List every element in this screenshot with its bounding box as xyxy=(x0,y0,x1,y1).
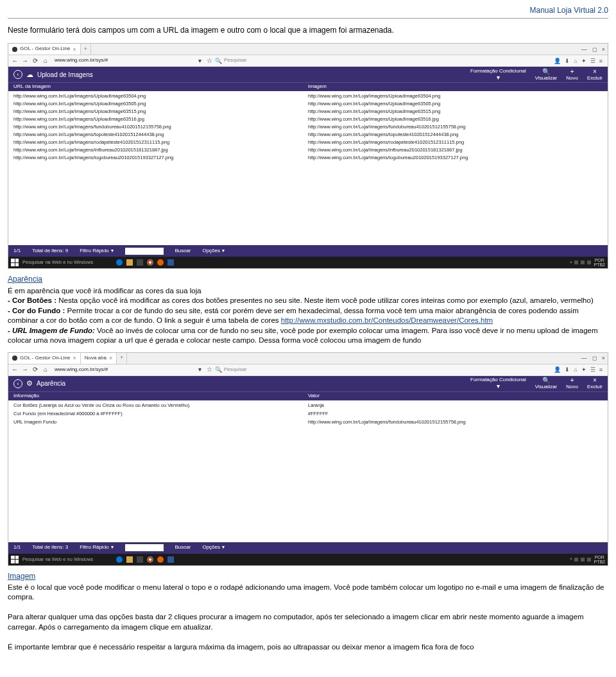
reload-icon[interactable]: ⟳ xyxy=(31,365,39,374)
back-icon[interactable]: ← xyxy=(11,56,19,65)
bookmark-icon[interactable]: ☰ xyxy=(590,57,595,65)
firefox-icon[interactable] xyxy=(157,556,164,563)
table-row[interactable]: http://www.wing.com.br/Loja/Imagens/roda… xyxy=(13,139,603,146)
tray-icon[interactable] xyxy=(581,261,585,264)
browser-tab[interactable]: GOL - Gestor On-Line × xyxy=(8,44,81,55)
taskbar-apps xyxy=(116,556,174,563)
table-row[interactable]: http://www.wing.com.br/Loja/Imagens/Uplo… xyxy=(13,108,603,116)
excluir-button[interactable]: ×Excluir xyxy=(587,377,603,390)
visualizar-button[interactable]: 🔍Visualizar xyxy=(535,377,558,390)
table-row[interactable]: http://www.wing.com.br/Loja/Imagens/Uplo… xyxy=(13,92,603,100)
table-row[interactable]: http://www.wing.com.br/Loja/Imagens/Uplo… xyxy=(13,116,603,123)
chrome-icon[interactable] xyxy=(147,259,153,266)
start-icon[interactable] xyxy=(11,556,19,563)
search-box[interactable]: ▾ ☆ 🔍 Pesquisar xyxy=(196,365,551,374)
download-icon[interactable]: ⬇ xyxy=(565,57,570,65)
close-icon[interactable]: × xyxy=(602,46,605,53)
excluir-button[interactable]: ×Excluir xyxy=(587,69,603,81)
tray-lang[interactable]: POR PTB2 xyxy=(594,555,605,564)
tray-icon[interactable] xyxy=(587,558,591,561)
star-icon[interactable]: ☆ xyxy=(205,56,213,65)
tray-icon[interactable] xyxy=(581,558,585,561)
dropdown-icon[interactable]: ▾ xyxy=(196,56,203,65)
filter-input[interactable] xyxy=(125,544,164,551)
puzzle-icon[interactable]: ✦ xyxy=(581,57,586,65)
filter-input[interactable] xyxy=(125,248,164,255)
tray-icon[interactable] xyxy=(574,261,578,264)
new-tab-button[interactable]: + xyxy=(117,353,127,364)
taskbar-search[interactable]: Pesquisar na Web e no Windows xyxy=(22,556,112,563)
search-box[interactable]: ▾ ☆ 🔍 Pesquisar xyxy=(196,56,551,65)
formatacao-button[interactable]: Formatação Condicional▾ xyxy=(470,377,526,390)
menu-icon[interactable]: ≡ xyxy=(599,57,603,65)
table-row[interactable]: Cor Botões (Laranja ou Azul ou Verde ou … xyxy=(13,402,603,410)
table-row[interactable]: http://www.wing.com.br/Loja/Imagens/logo… xyxy=(13,154,603,162)
url-field[interactable]: www.wing.com.br/sys/# xyxy=(52,366,193,373)
filtro-rapido[interactable]: Filtro Rápido▾ xyxy=(80,248,113,255)
opcoes-button[interactable]: Opções▾ xyxy=(202,544,225,551)
bookmark-icon[interactable]: ☰ xyxy=(590,366,595,373)
table-row[interactable]: Cor Fundo (em Hexadecimal #000000 à #FFF… xyxy=(13,410,603,418)
word-icon[interactable] xyxy=(167,556,174,563)
close-tab-icon[interactable]: × xyxy=(73,354,76,362)
edge-icon[interactable] xyxy=(116,556,123,563)
home-icon[interactable]: ⌂ xyxy=(42,56,49,65)
table-row[interactable]: http://www.wing.com.br/Loja/Imagens/infb… xyxy=(13,146,603,154)
minimize-icon[interactable]: — xyxy=(581,354,587,362)
browser-tab[interactable]: GOL - Gestor On-Line × xyxy=(8,353,81,364)
taskbar-search[interactable]: Pesquisar na Web e no Windows xyxy=(22,259,112,266)
table-row[interactable]: http://www.wing.com.br/Loja/Imagens/Uplo… xyxy=(13,100,603,108)
menu-icon[interactable]: ≡ xyxy=(599,366,603,373)
home2-icon[interactable]: ⌂ xyxy=(574,366,577,373)
maximize-icon[interactable]: ◻ xyxy=(592,46,597,53)
home2-icon[interactable]: ⌂ xyxy=(574,57,577,65)
chrome-icon[interactable] xyxy=(147,556,153,563)
app-back-icon[interactable]: ‹ xyxy=(13,379,22,388)
opcoes-button[interactable]: Opções▾ xyxy=(202,248,225,255)
table-row[interactable]: http://www.wing.com.br/Loja/Imagens/fund… xyxy=(13,123,603,131)
store-icon[interactable] xyxy=(137,556,143,563)
download-icon[interactable]: ⬇ xyxy=(565,366,570,373)
close-icon[interactable]: × xyxy=(602,354,605,362)
forward-icon[interactable]: → xyxy=(21,365,29,374)
home-icon[interactable]: ⌂ xyxy=(42,365,49,374)
edge-icon[interactable] xyxy=(116,259,123,266)
tray-icon[interactable] xyxy=(574,558,578,561)
app-back-icon[interactable]: ‹ xyxy=(13,70,22,79)
buscar-button[interactable]: Buscar xyxy=(175,544,191,551)
formatacao-button[interactable]: Formatação Condicional▾ xyxy=(470,69,526,81)
url-field[interactable]: www.wing.com.br/sys/# xyxy=(52,57,193,64)
forward-icon[interactable]: → xyxy=(21,56,29,65)
close-tab-icon[interactable]: × xyxy=(73,46,76,53)
tray-chevron-icon[interactable]: ^ xyxy=(570,260,572,266)
store-icon[interactable] xyxy=(137,259,143,266)
filtro-rapido[interactable]: Filtro Rápido▾ xyxy=(80,544,113,551)
back-icon[interactable]: ← xyxy=(11,365,19,374)
word-icon[interactable] xyxy=(167,259,174,266)
explorer-icon[interactable] xyxy=(126,556,133,563)
start-icon[interactable] xyxy=(11,259,19,266)
account-icon[interactable]: 👤 xyxy=(554,57,561,65)
tray-icon[interactable] xyxy=(587,261,591,264)
tray-lang[interactable]: POR PTB2 xyxy=(594,258,605,267)
minimize-icon[interactable]: — xyxy=(581,46,587,53)
buscar-button[interactable]: Buscar xyxy=(175,248,191,255)
new-tab-button[interactable]: + xyxy=(81,44,91,55)
maximize-icon[interactable]: ◻ xyxy=(592,354,597,362)
table-row[interactable]: URL Imagem Fundohttp://www.wing.com.br/L… xyxy=(13,418,603,427)
reload-icon[interactable]: ⟳ xyxy=(31,56,39,65)
explorer-icon[interactable] xyxy=(126,259,133,266)
visualizar-button[interactable]: 🔍Visualizar xyxy=(535,69,558,81)
novo-button[interactable]: +Novo xyxy=(566,69,578,81)
cores-link[interactable]: http://www.mxstudio.com.br/Conteudos/Dre… xyxy=(281,316,493,324)
tray-chevron-icon[interactable]: ^ xyxy=(570,556,572,562)
novo-button[interactable]: +Novo xyxy=(566,377,578,390)
dropdown-icon[interactable]: ▾ xyxy=(196,365,203,374)
firefox-icon[interactable] xyxy=(157,259,164,266)
puzzle-icon[interactable]: ✦ xyxy=(581,366,586,373)
browser-tab[interactable]: Nova aba × xyxy=(81,353,117,364)
account-icon[interactable]: 👤 xyxy=(554,366,561,373)
table-row[interactable]: http://www.wing.com.br/Loja/Imagens/topo… xyxy=(13,131,603,139)
close-tab-icon[interactable]: × xyxy=(109,354,112,362)
star-icon[interactable]: ☆ xyxy=(205,365,213,374)
